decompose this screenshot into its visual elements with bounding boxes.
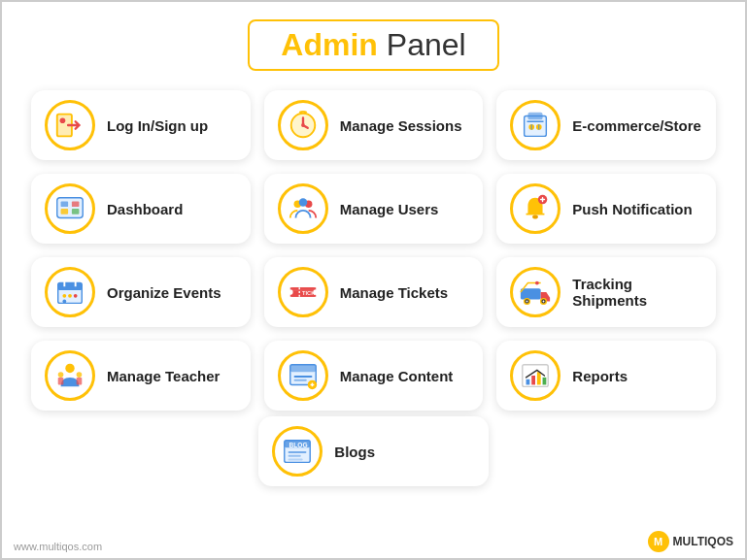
- svg-rect-32: [521, 288, 541, 299]
- svg-point-40: [58, 372, 64, 378]
- footer-logo: M MULTIQOS: [648, 531, 733, 552]
- svg-rect-51: [537, 372, 541, 384]
- svg-point-26: [62, 300, 66, 304]
- card-label-blogs: Blogs: [334, 444, 375, 460]
- card-label-organize-events: Organize Events: [107, 284, 221, 301]
- card-label-dashboard: Dashboard: [107, 201, 183, 217]
- svg-rect-49: [526, 379, 530, 385]
- svg-point-36: [543, 301, 545, 303]
- icon-shop: [510, 100, 560, 150]
- svg-point-24: [68, 294, 72, 298]
- svg-rect-20: [58, 283, 83, 291]
- svg-rect-10: [61, 201, 69, 207]
- svg-rect-45: [293, 376, 312, 378]
- card-ecommerce[interactable]: E-commerce/Store: [496, 90, 716, 160]
- card-manage-tickets[interactable]: TICKET Manage Tickets: [264, 257, 484, 327]
- icon-bell: [510, 183, 560, 234]
- icon-ticket: TICKET: [278, 267, 328, 317]
- svg-rect-17: [532, 215, 538, 219]
- card-label-tracking-shipments: Tracking Shipments: [572, 276, 702, 309]
- svg-rect-50: [532, 376, 536, 384]
- svg-text:BLOG: BLOG: [289, 442, 308, 448]
- svg-rect-57: [289, 455, 301, 457]
- svg-rect-56: [289, 451, 307, 453]
- svg-point-38: [65, 364, 74, 373]
- title-admin: Admin: [281, 27, 378, 62]
- icon-dashboard: [45, 183, 95, 234]
- svg-rect-39: [58, 378, 64, 385]
- icon-reports: [510, 350, 560, 401]
- icon-teacher: [45, 350, 95, 401]
- card-push-notification[interactable]: Push Notification: [496, 174, 716, 244]
- card-blogs[interactable]: BLOG Blogs: [258, 416, 488, 486]
- svg-point-23: [62, 294, 66, 298]
- logo-icon: M: [648, 531, 669, 552]
- svg-rect-44: [289, 365, 315, 373]
- icon-content: [278, 350, 328, 401]
- card-label-manage-sessions: Manage Sessions: [340, 117, 462, 134]
- card-reports[interactable]: Reports: [496, 341, 716, 411]
- card-label-manage-tickets: Manage Tickets: [340, 284, 448, 301]
- card-label-manage-teacher: Manage Teacher: [107, 368, 220, 384]
- card-organize-events[interactable]: Organize Events: [31, 257, 251, 327]
- icon-blog: BLOG: [272, 426, 323, 477]
- card-label-ecommerce: E-commerce/Store: [572, 117, 701, 134]
- logo-text: MULTIQOS: [673, 535, 733, 548]
- svg-rect-9: [57, 198, 83, 218]
- footer-website: www.multiqos.com: [14, 541, 102, 552]
- svg-point-28: [288, 289, 293, 295]
- svg-point-37: [535, 281, 539, 285]
- icon-clock: [278, 100, 328, 150]
- card-label-manage-content: Manage Content: [340, 368, 454, 384]
- icon-truck: [510, 267, 560, 317]
- card-label-login: Log In/Sign up: [107, 117, 208, 134]
- card-dashboard[interactable]: Dashboard: [31, 174, 251, 244]
- svg-point-25: [74, 294, 78, 298]
- bottom-row: BLOG Blogs: [2, 416, 745, 492]
- card-login[interactable]: Log In/Sign up: [31, 90, 251, 160]
- svg-point-42: [77, 372, 83, 378]
- svg-point-35: [526, 301, 528, 303]
- title-area: Admin Panel: [2, 2, 745, 81]
- card-label-push-notification: Push Notification: [572, 201, 692, 217]
- cards-grid: Log In/Sign up Manage Sessions E-commerc…: [2, 81, 745, 416]
- icon-calendar: [45, 267, 95, 317]
- title-panel: Panel: [378, 27, 466, 62]
- icon-users: [278, 183, 328, 234]
- svg-rect-46: [293, 379, 306, 381]
- card-manage-teacher[interactable]: Manage Teacher: [31, 341, 251, 411]
- card-manage-users[interactable]: Manage Users: [264, 174, 484, 244]
- svg-rect-58: [289, 459, 303, 461]
- svg-rect-11: [72, 201, 80, 207]
- icon-login: [45, 100, 95, 150]
- svg-point-16: [298, 198, 307, 207]
- card-manage-content[interactable]: Manage Content: [264, 341, 484, 411]
- svg-rect-52: [543, 378, 547, 385]
- svg-rect-13: [72, 209, 80, 214]
- title-box: Admin Panel: [248, 19, 498, 71]
- svg-rect-12: [61, 209, 69, 214]
- card-label-reports: Reports: [572, 368, 628, 384]
- svg-text:TICKET: TICKET: [302, 290, 320, 296]
- card-manage-sessions[interactable]: Manage Sessions: [264, 90, 484, 160]
- svg-point-2: [60, 117, 66, 123]
- card-label-manage-users: Manage Users: [340, 201, 439, 217]
- svg-rect-6: [528, 113, 543, 120]
- card-tracking-shipments[interactable]: Tracking Shipments: [496, 257, 716, 327]
- svg-rect-41: [77, 378, 83, 385]
